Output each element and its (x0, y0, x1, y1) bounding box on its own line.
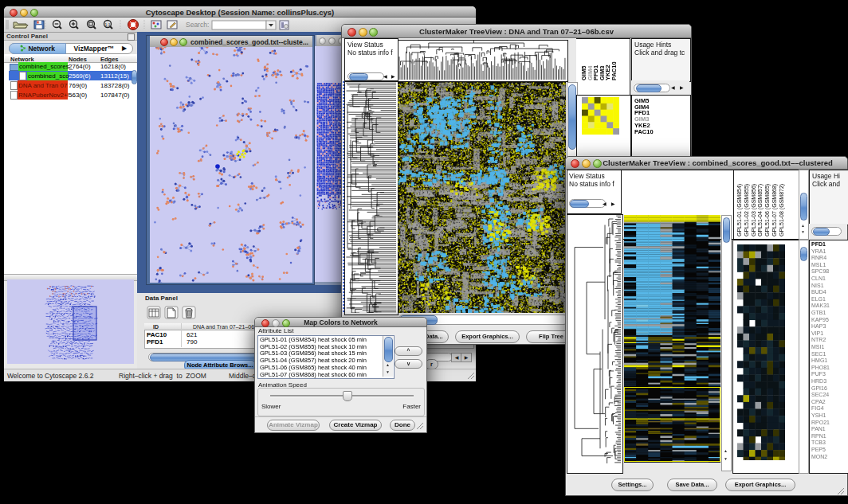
svg-text:Search:: Search: (186, 21, 209, 29)
svg-text:1:1: 1:1 (105, 22, 111, 27)
